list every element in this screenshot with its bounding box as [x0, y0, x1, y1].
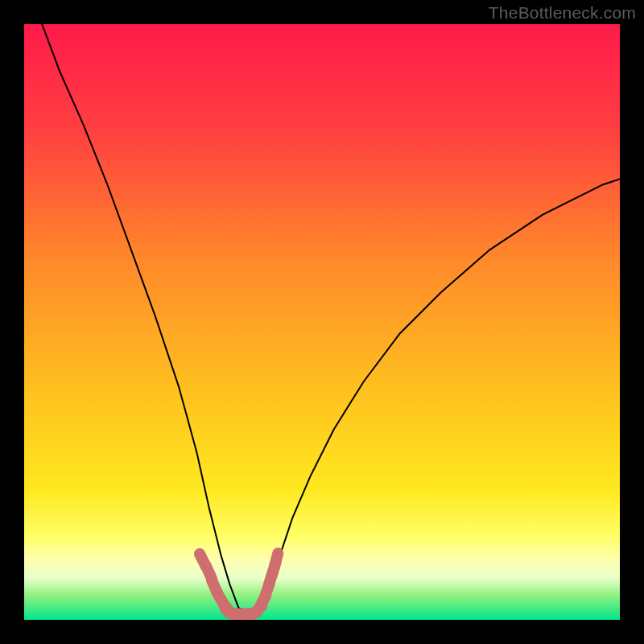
- watermark-label: TheBottleneck.com: [489, 3, 636, 23]
- bottleneck-chart: [24, 24, 620, 620]
- plot-area: [24, 24, 620, 620]
- gradient-background: [24, 24, 620, 620]
- chart-container: TheBottleneck.com: [0, 0, 644, 644]
- curve-marker: [275, 553, 279, 567]
